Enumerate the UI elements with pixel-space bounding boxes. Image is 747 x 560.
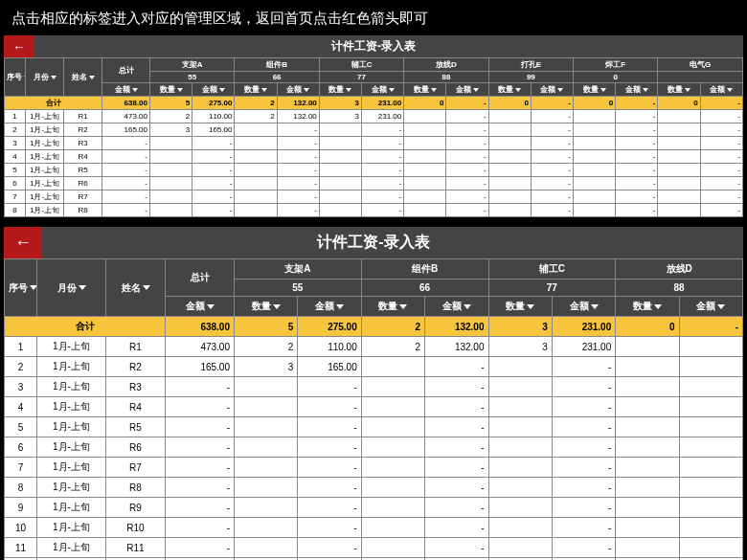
cell-qty[interactable] (235, 478, 298, 498)
cell-amount[interactable]: - (277, 177, 319, 190)
cell-qty[interactable]: 3 (235, 357, 298, 377)
cell-amount[interactable]: - (298, 518, 361, 538)
cell-qty[interactable] (150, 177, 192, 190)
cell-qty[interactable] (361, 458, 424, 478)
col-qty[interactable]: 数量 (319, 83, 361, 97)
col-qty[interactable]: 数量 (235, 297, 298, 317)
filter-dropdown-icon[interactable] (143, 285, 150, 290)
cell-amount[interactable]: - (700, 164, 742, 177)
cell-qty[interactable] (488, 150, 531, 164)
cell-qty[interactable] (658, 150, 700, 164)
cell-total[interactable]: - (102, 164, 150, 177)
cell-qty[interactable] (235, 498, 298, 518)
col-amount[interactable]: 金额 (277, 83, 319, 97)
cell-amount[interactable]: - (700, 137, 742, 150)
cell-amount[interactable]: - (531, 110, 573, 123)
cell-qty[interactable] (616, 337, 679, 357)
cell-total[interactable]: - (102, 177, 150, 190)
cell-amount[interactable]: - (425, 458, 488, 478)
cell-qty[interactable] (616, 458, 679, 478)
cell-amount[interactable]: - (277, 204, 319, 217)
cell-amount[interactable]: - (552, 357, 615, 377)
cell-qty[interactable] (235, 437, 298, 458)
cell-amount[interactable] (679, 377, 742, 397)
cell-qty[interactable] (574, 150, 616, 164)
back-button[interactable]: ← (4, 35, 34, 57)
cell-amount[interactable]: - (531, 204, 573, 217)
cell-qty[interactable] (361, 498, 424, 518)
col-qty[interactable]: 数量 (361, 297, 424, 317)
table-row[interactable]: 11月-上旬R1473.002110.002132.003231.00---- (5, 110, 743, 123)
col-qty[interactable]: 数量 (574, 83, 616, 97)
table-row[interactable]: 61月-上旬R6-------- (5, 177, 743, 190)
filter-dropdown-icon[interactable] (304, 88, 309, 92)
cell-qty[interactable] (488, 190, 531, 204)
cell-amount[interactable]: - (298, 478, 361, 498)
cell-qty[interactable] (658, 190, 700, 204)
cell-qty[interactable] (574, 137, 616, 150)
cell-qty[interactable] (235, 417, 298, 437)
cell-qty[interactable]: 3 (150, 123, 192, 137)
filter-dropdown-icon[interactable] (30, 285, 37, 290)
table-row[interactable]: 81月-上旬R8---- (5, 478, 743, 498)
cell-qty[interactable] (488, 123, 531, 137)
cell-amount[interactable]: - (552, 437, 615, 458)
cell-amount[interactable]: - (425, 478, 488, 498)
cell-amount[interactable]: - (616, 110, 658, 123)
cell-amount[interactable]: - (298, 538, 361, 558)
cell-total[interactable]: 165.00 (102, 123, 150, 137)
cell-qty[interactable] (488, 164, 531, 177)
cell-qty[interactable] (361, 518, 424, 538)
cell-qty[interactable] (488, 177, 531, 190)
cell-amount[interactable]: - (192, 177, 235, 190)
cell-qty[interactable] (404, 123, 446, 137)
col-qty[interactable]: 数量 (404, 83, 446, 97)
cell-amount[interactable]: - (700, 150, 742, 164)
cell-total[interactable]: - (102, 150, 150, 164)
cell-qty[interactable] (235, 137, 277, 150)
cell-qty[interactable]: 2 (235, 110, 277, 123)
col-amount[interactable]: 金额 (166, 297, 235, 317)
table-row[interactable]: 71月-上旬R7---- (5, 458, 743, 478)
cell-qty[interactable] (235, 204, 277, 217)
filter-dropdown-icon[interactable] (717, 304, 725, 309)
cell-qty[interactable] (658, 204, 700, 217)
col-amount[interactable]: 金额 (192, 83, 235, 97)
cell-amount[interactable]: - (531, 137, 573, 150)
table-row[interactable]: 91月-上旬R9---- (5, 498, 743, 518)
col-amount[interactable]: 金额 (679, 297, 742, 317)
col-qty[interactable]: 数量 (488, 83, 531, 97)
cell-qty[interactable] (361, 478, 424, 498)
cell-amount[interactable]: 231.00 (362, 110, 404, 123)
cell-amount[interactable] (679, 518, 742, 538)
col-amount[interactable]: 金额 (531, 83, 573, 97)
cell-qty[interactable] (361, 417, 424, 437)
cell-amount[interactable]: - (552, 518, 615, 538)
cell-amount[interactable]: - (552, 478, 615, 498)
cell-amount[interactable]: - (425, 437, 488, 458)
cell-amount[interactable]: - (277, 164, 319, 177)
cell-amount[interactable]: - (552, 538, 615, 558)
cell-amount[interactable]: - (446, 150, 488, 164)
cell-total[interactable]: - (166, 437, 235, 458)
col-qty[interactable]: 数量 (658, 83, 700, 97)
col-name[interactable]: 姓名 (64, 58, 102, 97)
col-amount[interactable]: 金额 (425, 297, 488, 317)
cell-qty[interactable] (616, 437, 679, 458)
cell-amount[interactable]: - (616, 204, 658, 217)
col-amount[interactable]: 金额 (298, 297, 361, 317)
cell-qty[interactable] (488, 110, 531, 123)
cell-qty[interactable] (361, 437, 424, 458)
cell-amount[interactable]: 110.00 (192, 110, 235, 123)
cell-amount[interactable]: - (362, 177, 404, 190)
filter-dropdown-icon[interactable] (557, 88, 563, 92)
filter-dropdown-icon[interactable] (600, 88, 606, 92)
cell-total[interactable]: - (102, 204, 150, 217)
cell-amount[interactable] (679, 437, 742, 458)
cell-qty[interactable] (488, 538, 552, 558)
col-month[interactable]: 月份 (37, 259, 106, 317)
filter-dropdown-icon[interactable] (389, 88, 395, 92)
cell-amount[interactable]: - (616, 190, 658, 204)
cell-amount[interactable]: - (298, 397, 361, 417)
cell-qty[interactable] (658, 123, 700, 137)
